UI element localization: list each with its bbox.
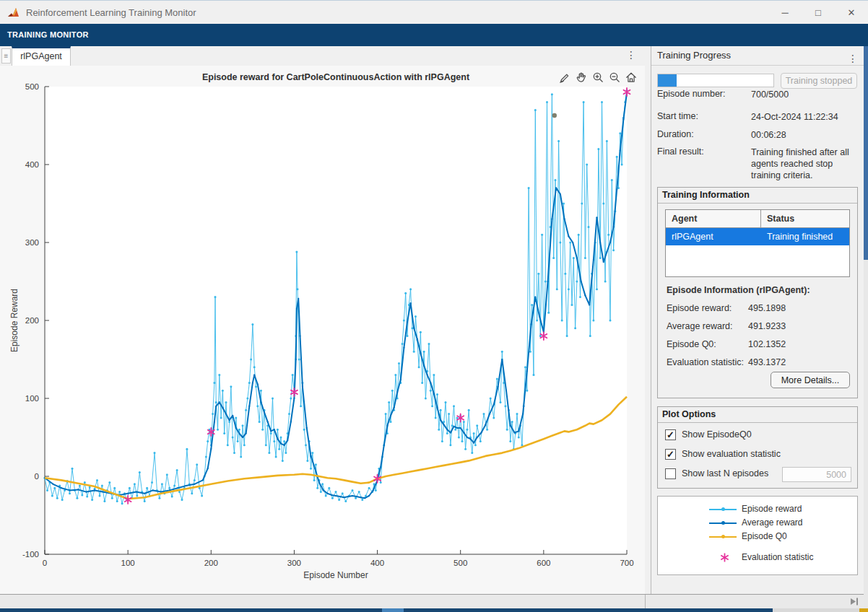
series-marker — [599, 242, 601, 243]
zoom-in-icon[interactable] — [591, 70, 605, 84]
evaluation-statistic-label: Evaluation statistic: — [667, 357, 744, 367]
series-marker — [318, 482, 320, 484]
series-marker — [557, 140, 560, 142]
agent-status-table: Agent Status rlPGAgent Training finished — [665, 209, 850, 277]
series-marker — [202, 479, 204, 481]
series-marker — [551, 219, 552, 220]
series-marker — [158, 497, 160, 499]
series-marker — [619, 132, 621, 134]
series-marker — [427, 375, 428, 376]
series-marker — [531, 323, 532, 325]
series-marker — [394, 374, 396, 376]
series-marker — [77, 489, 79, 490]
series-marker — [456, 417, 459, 419]
series-marker — [325, 495, 327, 497]
series-marker — [584, 294, 586, 296]
series-marker — [407, 321, 408, 323]
more-details-button[interactable]: More Details... — [771, 372, 850, 388]
n-episodes-input[interactable] — [782, 467, 851, 482]
series-marker — [461, 440, 464, 442]
series-marker — [606, 251, 607, 253]
series-marker — [423, 351, 425, 353]
toolstrip-tab-training-monitor[interactable]: TRAINING MONITOR — [0, 24, 868, 46]
restore-view-home-icon[interactable] — [624, 70, 638, 84]
series-marker — [394, 407, 395, 408]
series-marker — [220, 417, 222, 419]
table-row[interactable]: rlPGAgent Training finished — [666, 228, 849, 245]
series-marker — [526, 390, 528, 392]
toolstrip-label: TRAINING MONITOR — [7, 30, 89, 39]
series-marker — [166, 473, 168, 476]
series-marker — [415, 315, 417, 318]
series-marker — [230, 385, 232, 388]
plot-option-checkbox-last-n[interactable] — [665, 468, 676, 479]
series-marker — [321, 483, 324, 485]
series-marker — [215, 401, 217, 403]
series-marker — [299, 336, 300, 337]
series-marker — [326, 493, 328, 494]
training-stopped-button[interactable]: Training stopped — [781, 73, 857, 89]
legend-label: Episode Q0 — [742, 531, 787, 541]
series-marker — [613, 226, 615, 227]
series-marker — [468, 409, 470, 411]
plot-area[interactable] — [45, 87, 627, 554]
plot-option-checkbox-episodeq0[interactable] — [665, 429, 676, 440]
average-reward-dot-swatch — [721, 521, 725, 525]
series-marker — [511, 421, 513, 423]
series-marker — [477, 437, 478, 438]
series-marker — [267, 421, 269, 422]
series-marker — [306, 427, 308, 429]
tab-rlpgagent[interactable]: rlPGAgent — [12, 46, 71, 66]
panel-splitter[interactable] — [645, 46, 651, 594]
series-marker — [323, 489, 324, 491]
series-marker — [56, 497, 58, 499]
series-marker — [417, 338, 418, 340]
series-marker — [529, 351, 531, 353]
series-marker — [118, 491, 121, 493]
series-marker — [79, 485, 81, 487]
minimize-button[interactable]: ─ — [768, 1, 802, 24]
document-grip-icon[interactable]: ≡ — [1, 48, 11, 64]
series-marker — [61, 499, 64, 501]
cell-status: Training finished — [760, 228, 849, 245]
expand-panel-icon[interactable] — [849, 597, 859, 606]
series-marker — [212, 413, 214, 415]
edit-plot-icon[interactable] — [557, 70, 572, 84]
series-marker — [297, 288, 299, 290]
duration-label: Duration: — [657, 129, 748, 139]
series-marker — [84, 481, 86, 484]
pan-icon[interactable] — [574, 70, 589, 84]
series-marker — [215, 406, 217, 407]
episode-reward-label: Episode reward: — [667, 303, 732, 313]
zoom-out-icon[interactable] — [607, 70, 622, 84]
legend-label: Evaluation statistic — [742, 552, 813, 562]
duration-value: 00:06:28 — [751, 129, 859, 141]
series-marker — [436, 407, 438, 408]
x-tick-label: 300 — [287, 559, 301, 567]
plot-option-checkbox-evaluation[interactable] — [665, 449, 676, 460]
series-marker — [240, 456, 242, 458]
cell-agent: rlPGAgent — [666, 228, 760, 245]
evaluation-statistic-asterisk-swatch — [719, 551, 731, 564]
series-marker — [483, 413, 485, 415]
close-button[interactable]: ✕ — [835, 1, 868, 24]
series-marker — [331, 497, 334, 499]
document-menu-icon[interactable]: ⋮ — [626, 49, 636, 61]
series-marker — [480, 432, 482, 433]
training-chart[interactable]: -100010020030040050001002003004005006007… — [0, 66, 645, 594]
series-marker — [272, 398, 274, 400]
series-marker — [217, 429, 219, 431]
series-marker — [586, 164, 588, 166]
series-marker — [518, 437, 520, 439]
status-bar — [0, 594, 864, 608]
series-marker — [96, 479, 98, 481]
series-marker — [463, 432, 464, 433]
series-marker — [403, 347, 404, 349]
series-marker — [380, 466, 381, 468]
series-marker — [139, 471, 141, 473]
series-marker — [496, 378, 498, 380]
y-tick-label: -100 — [22, 550, 39, 559]
maximize-button[interactable]: □ — [802, 1, 835, 24]
series-marker — [235, 417, 237, 419]
series-marker — [569, 242, 571, 244]
